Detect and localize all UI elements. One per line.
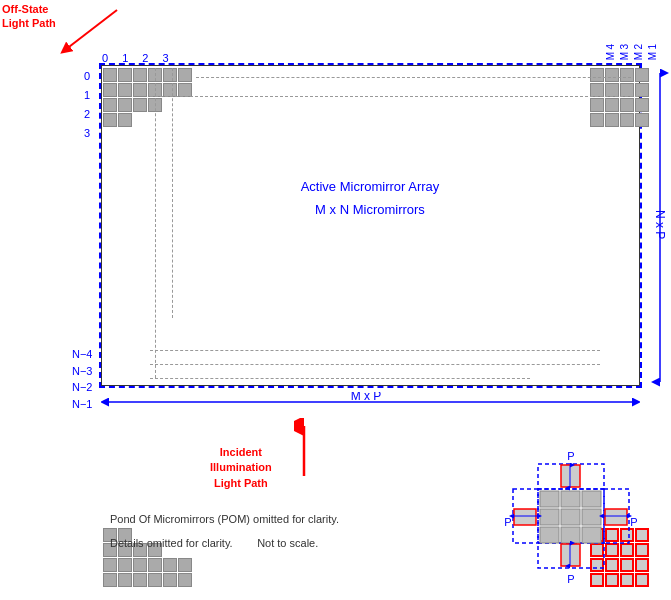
incident-illumination-label: Incident Illumination Light Path: [210, 445, 272, 491]
svg-rect-27: [561, 527, 580, 543]
svg-rect-30: [514, 509, 536, 525]
svg-rect-24: [561, 509, 580, 525]
pom-diagram: P P P P: [496, 448, 646, 588]
svg-rect-28: [582, 527, 601, 543]
svg-rect-23: [540, 509, 559, 525]
pom-svg: P P P P: [496, 448, 646, 588]
hline-n3: [150, 350, 600, 351]
svg-text:P: P: [567, 573, 574, 585]
center-text: Active Micromirror Array M x N Micromirr…: [100, 175, 640, 222]
svg-text:P: P: [630, 516, 637, 528]
svg-rect-25: [582, 509, 601, 525]
hline-n1: [150, 378, 530, 379]
row-numbers-bottom-left: N−4 N−3 N−2 N−1: [72, 346, 93, 412]
svg-line-1: [65, 10, 117, 50]
main-container: Off-State Light Path 0 1 2 3 4 3 2 1 M M…: [0, 0, 671, 600]
svg-rect-31: [605, 509, 627, 525]
hline-1: [150, 96, 638, 97]
top-left-mirror-grid: [103, 68, 192, 128]
off-state-label: Off-State Light Path: [2, 2, 56, 31]
nxp-label: N x P: [653, 210, 667, 239]
svg-rect-20: [540, 491, 559, 507]
svg-text:P: P: [567, 450, 574, 462]
hline-n2: [150, 364, 600, 365]
mxp-arrow: M x P: [101, 392, 640, 412]
svg-rect-22: [582, 491, 601, 507]
svg-text:P: P: [504, 516, 511, 528]
incident-arrow: [294, 418, 314, 478]
row-numbers-left: 0 1 2 3: [84, 67, 90, 142]
notes-text: Pond Of Micromirrors (POM) omitted for c…: [110, 510, 339, 554]
hline-0: [196, 77, 631, 78]
svg-text:M x P: M x P: [351, 392, 382, 403]
svg-rect-26: [540, 527, 559, 543]
col-numbers-top-right: 4 3 2 1 M M M M: [605, 44, 658, 60]
vline-col1: [155, 68, 156, 378]
svg-rect-21: [561, 491, 580, 507]
